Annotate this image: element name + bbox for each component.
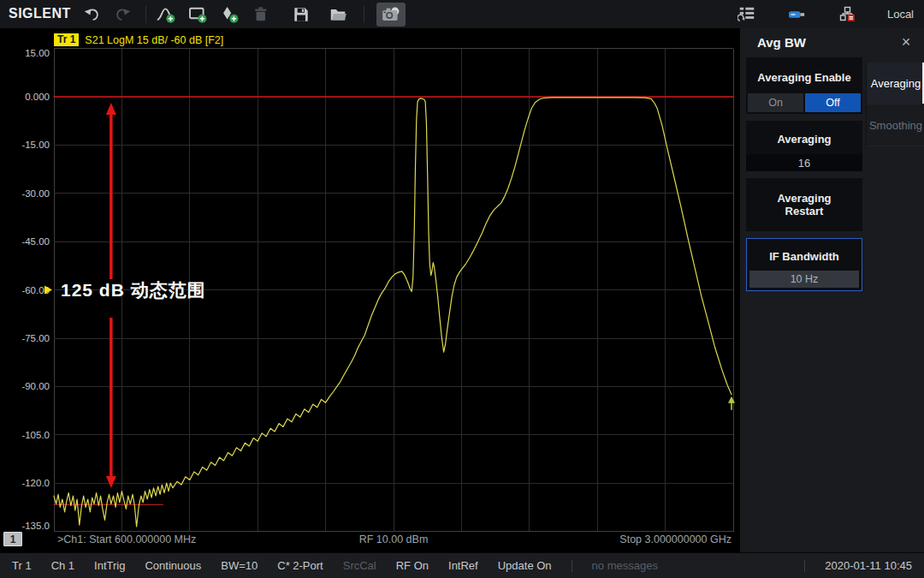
local-button[interactable]: Local	[887, 8, 914, 21]
averaging-restart-button[interactable]: Averaging Restart	[746, 178, 862, 231]
delete-button[interactable]	[250, 3, 272, 26]
close-icon[interactable]: ×	[897, 33, 915, 52]
tab-averaging[interactable]: Averaging	[867, 63, 924, 104]
toolbar-separator	[145, 6, 146, 23]
panel-cards: Averaging Enable On Off Averaging 16 Ave…	[746, 57, 862, 291]
trace-settings-label: S21 LogM 15 dB/ -60 dB [F2]	[85, 34, 223, 46]
status-item-c-2-port[interactable]: C* 2-Port	[277, 559, 323, 572]
softkey-panel-icon	[737, 5, 756, 24]
topbar-status-area: Local	[736, 0, 914, 28]
trace-info[interactable]: Tr 1 S21 LogM 15 dB/ -60 dB [F2]	[54, 33, 223, 46]
status-item-rf-on[interactable]: RF On	[396, 559, 429, 572]
camera-icon	[381, 4, 401, 25]
folder-icon	[329, 5, 347, 24]
save-icon	[292, 5, 311, 24]
add-marker-icon	[219, 4, 240, 25]
add-trace-button[interactable]	[155, 3, 177, 26]
status-item-srccal[interactable]: SrcCal	[343, 559, 376, 572]
status-item-tr-1[interactable]: Tr 1	[12, 559, 32, 572]
dynamic-range-annotation: 125 dB 动态范围	[61, 278, 206, 302]
status-separator	[572, 560, 572, 572]
brand-logo: SIGLENT	[9, 6, 71, 21]
rf-power-label[interactable]: RF 10.00 dBm	[359, 533, 429, 545]
start-frequency-label[interactable]: >Ch1: Start 600.000000 MHz	[57, 533, 196, 545]
vna-screen: SIGLENT	[0, 0, 924, 578]
range-arrow-head-up	[106, 103, 116, 115]
channel-badge[interactable]: 1	[3, 532, 22, 546]
sweep-info-row: >Ch1: Start 600.000000 MHz RF 10.00 dBm …	[54, 533, 733, 549]
y-axis-tick-label: -90.00	[21, 381, 50, 391]
avg-bw-panel: Avg BW × Averaging Enable On Off Averagi…	[740, 28, 924, 552]
add-trace-icon	[156, 4, 176, 25]
stop-frequency-label[interactable]: Stop 3.000000000 GHz	[619, 533, 732, 545]
status-item-intref[interactable]: IntRef	[448, 559, 478, 572]
averaging-enable-label: Averaging Enable	[746, 57, 862, 93]
y-axis-tick-label: -105.0	[21, 430, 50, 440]
y-axis-tick-label: -15.00	[21, 140, 50, 150]
toolbar	[80, 0, 406, 28]
add-window-button[interactable]	[187, 3, 209, 26]
averaging-count-card[interactable]: Averaging 16	[746, 121, 862, 171]
redo-button[interactable]	[112, 3, 134, 26]
lan-icon	[839, 6, 856, 23]
toolbar-separator	[364, 6, 364, 23]
redo-icon	[114, 5, 133, 24]
y-axis-tick-label: -135.0	[21, 521, 50, 531]
recall-button[interactable]	[327, 3, 349, 26]
y-axis-tick-label: -75.00	[21, 333, 50, 343]
y-axis-tick-label: -120.0	[21, 478, 50, 488]
tab-smoothing[interactable]: Smoothing	[867, 104, 924, 146]
chart-area[interactable]: 15.000.000-15.00-30.00-45.00-60.00-75.00…	[0, 28, 740, 552]
usb-icon	[787, 6, 808, 23]
status-item-inttrig[interactable]: IntTrig	[94, 559, 125, 572]
statusbar: Tr 1Ch 1IntTrigContinuousBW=10C* 2-PortS…	[0, 552, 924, 578]
status-item-continuous[interactable]: Continuous	[145, 559, 201, 572]
status-datetime: 2020-01-11 10:45	[825, 559, 912, 572]
averaging-count-label: Averaging	[746, 121, 862, 154]
lan-status-icon	[837, 3, 859, 26]
averaging-on-button[interactable]: On	[748, 93, 803, 112]
add-marker-button[interactable]	[218, 3, 240, 26]
y-axis-tick-label: -30.00	[21, 188, 50, 199]
status-item-ch-1[interactable]: Ch 1	[51, 559, 74, 572]
if-bandwidth-value[interactable]: 10 Hz	[749, 271, 859, 288]
trash-icon	[252, 5, 270, 24]
y-axis-tick-label: 15.00	[25, 48, 50, 58]
trace-line	[54, 98, 732, 527]
save-button[interactable]	[290, 3, 312, 26]
panel-tabs: AveragingSmoothing	[866, 63, 924, 146]
y-axis-tick-label: 0.000	[25, 92, 50, 102]
status-item-update-on[interactable]: Update On	[498, 559, 552, 572]
averaging-restart-line1: Averaging	[748, 192, 861, 205]
status-separator	[804, 560, 805, 572]
status-item-bw-10[interactable]: BW=10	[221, 559, 258, 572]
averaging-restart-line2: Restart	[748, 205, 861, 217]
undo-icon	[82, 5, 101, 24]
range-arrow-head-down	[106, 476, 116, 488]
y-axis-tick-label: -45.00	[21, 236, 50, 247]
averaging-enable-card: Averaging Enable On Off	[746, 57, 862, 114]
screenshot-button[interactable]	[376, 3, 406, 27]
trace-end-arrow-icon	[728, 396, 735, 403]
averaging-count-value[interactable]: 16	[746, 154, 862, 171]
status-message: no messages	[592, 559, 658, 572]
add-window-icon	[187, 4, 208, 25]
usb-status-icon	[786, 3, 808, 26]
if-bandwidth-label: IF Bandwidth	[747, 239, 862, 271]
undo-button[interactable]	[80, 3, 103, 26]
panel-title: Avg BW	[757, 35, 806, 50]
averaging-off-button[interactable]: Off	[805, 93, 861, 112]
averaging-enable-toggle: On Off	[746, 93, 862, 114]
softkey-panel-button[interactable]	[736, 3, 758, 26]
if-bandwidth-card[interactable]: IF Bandwidth 10 Hz	[746, 238, 862, 291]
topbar: SIGLENT	[0, 0, 924, 28]
trace-badge[interactable]: Tr 1	[54, 33, 79, 46]
